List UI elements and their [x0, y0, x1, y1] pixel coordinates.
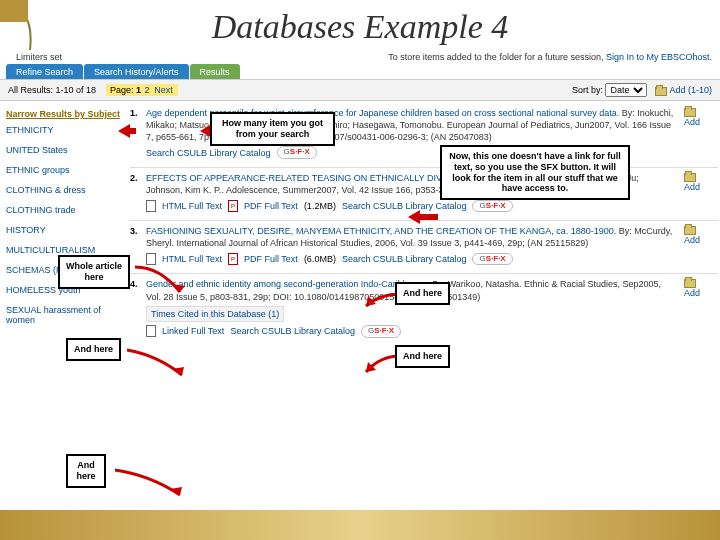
- callout-and-here-3: And here: [66, 338, 121, 361]
- page-next-link[interactable]: Next: [154, 85, 173, 95]
- pdf-size: (6.0MB): [304, 253, 336, 265]
- arrow-icon: [360, 352, 400, 376]
- sort-control: Sort by: Date: [572, 83, 648, 97]
- tab-search-history[interactable]: Search History/Alerts: [84, 64, 189, 79]
- arrow-icon: [130, 262, 190, 302]
- sign-in-link[interactable]: Sign In to My EBSCOhost: [606, 52, 710, 62]
- folder-icon: [684, 173, 696, 182]
- sort-label: Sort by:: [572, 85, 603, 95]
- linked-icon: [146, 325, 156, 337]
- folder-icon: [684, 279, 696, 288]
- sfx-button[interactable]: GS·F·X: [472, 253, 512, 266]
- arrow-icon: [122, 345, 192, 385]
- tab-bar: Refine Search Search History/Alerts Resu…: [0, 64, 720, 79]
- arrow-icon: [110, 465, 190, 505]
- times-cited-link[interactable]: Times Cited in this Database (1): [146, 306, 284, 322]
- add-label: Add: [684, 287, 700, 299]
- add-to-folder-link[interactable]: Add: [684, 172, 718, 193]
- folder-note: To store items added to the folder for a…: [388, 52, 712, 62]
- page-label: Page:: [110, 85, 136, 95]
- arrow-icon: [360, 290, 400, 310]
- folder-icon: [684, 226, 696, 235]
- svg-marker-4: [408, 210, 438, 224]
- subject-link[interactable]: ETHNICITY: [6, 125, 122, 135]
- callout-search-count: How many item you got from your search: [210, 112, 335, 146]
- callout-and-here-2: And here: [395, 345, 450, 368]
- linked-full-text-link[interactable]: Linked Full Text: [162, 325, 224, 337]
- pdf-size: (1.2MB): [304, 200, 336, 212]
- folder-note-text: To store items added to the folder for a…: [388, 52, 606, 62]
- callout-and-here-1: And here: [395, 282, 450, 305]
- subject-link[interactable]: HISTORY: [6, 225, 122, 235]
- catalog-search-link[interactable]: Search CSULB Library Catalog: [146, 147, 271, 159]
- page-current: 1: [136, 85, 141, 95]
- sfx-button[interactable]: GS·F·X: [361, 325, 401, 338]
- catalog-search-link[interactable]: Search CSULB Library Catalog: [230, 325, 355, 337]
- folder-icon: [684, 108, 696, 117]
- add-range-label: Add (1-10): [669, 85, 712, 95]
- sidebar-title: Narrow Results by Subject: [6, 109, 122, 119]
- subject-link[interactable]: CLOTHING & dress: [6, 185, 122, 195]
- subject-link[interactable]: MULTICULTURALISM: [6, 245, 122, 255]
- footer-gradient: [0, 510, 720, 540]
- sidebar: Narrow Results by Subject ETHNICITY UNIT…: [0, 101, 128, 352]
- results-count: All Results: 1-10 of 18: [8, 85, 96, 95]
- pdf-icon: P: [228, 200, 238, 212]
- add-range-link[interactable]: Add (1-10): [655, 85, 712, 95]
- sfx-button[interactable]: GS·F·X: [277, 146, 317, 159]
- add-to-folder-link[interactable]: Add: [684, 278, 718, 299]
- add-label: Add: [684, 181, 700, 193]
- pdf-full-text-link[interactable]: PDF Full Text: [244, 200, 298, 212]
- callout-and-here-4: And here: [66, 454, 106, 488]
- pdf-icon: P: [228, 253, 238, 265]
- result-item: 3. FASHIONING SEXUALITY, DESIRE, MANYEMA…: [130, 225, 718, 265]
- svg-marker-3: [118, 124, 136, 138]
- sort-select[interactable]: Date: [605, 83, 647, 97]
- divider: [130, 273, 718, 274]
- sfx-button[interactable]: GS·F·X: [472, 200, 512, 213]
- catalog-search-link[interactable]: Search CSULB Library Catalog: [342, 253, 467, 265]
- arrow-icon: [408, 210, 438, 224]
- folder-icon: [655, 87, 667, 96]
- pdf-full-text-link[interactable]: PDF Full Text: [244, 253, 298, 265]
- add-label: Add: [684, 116, 700, 128]
- catalog-search-link[interactable]: Search CSULB Library Catalog: [342, 200, 467, 212]
- pagination: Page: 1 2 Next: [106, 84, 178, 96]
- tab-refine-search[interactable]: Refine Search: [6, 64, 83, 79]
- arrow-icon: [118, 124, 136, 138]
- add-to-folder-link[interactable]: Add: [684, 225, 718, 246]
- callout-whole-article: Whole article here: [58, 255, 130, 289]
- svg-rect-1: [0, 0, 28, 22]
- callout-sfx: Now, this one doesn't have a link for fu…: [440, 145, 630, 200]
- limiters-set-label: Limiters set: [8, 52, 62, 62]
- add-to-folder-link[interactable]: Add: [684, 107, 718, 128]
- html-icon: [146, 200, 156, 212]
- subject-link[interactable]: ETHNIC groups: [6, 165, 122, 175]
- html-full-text-link[interactable]: HTML Full Text: [162, 200, 222, 212]
- add-label: Add: [684, 234, 700, 246]
- subject-link[interactable]: CLOTHING trade: [6, 205, 122, 215]
- result-number: 3.: [130, 225, 146, 265]
- page-2-link[interactable]: 2: [145, 85, 150, 95]
- subject-link[interactable]: SEXUAL harassment of women: [6, 305, 122, 325]
- result-title-link[interactable]: FASHIONING SEXUALITY, DESIRE, MANYEMA ET…: [146, 226, 616, 236]
- subject-link[interactable]: UNITED States: [6, 145, 122, 155]
- brand-logo: [0, 0, 60, 50]
- tab-results[interactable]: Results: [190, 64, 240, 79]
- presentation-title: Databases Example 4: [0, 0, 720, 50]
- result-number: 2.: [130, 172, 146, 212]
